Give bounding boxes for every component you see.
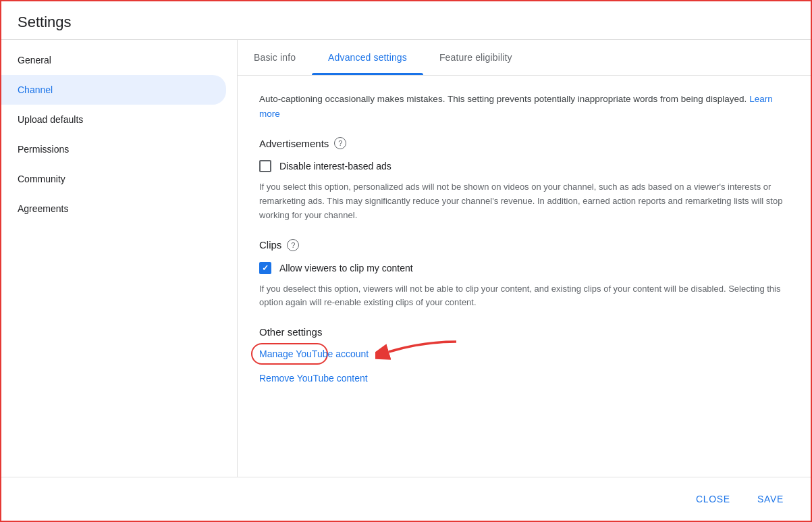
advertisements-title: Advertisements: [259, 138, 329, 149]
save-button[interactable]: SAVE: [747, 488, 794, 510]
footer: CLOSE SAVE: [1, 477, 811, 521]
tabs-row: Basic info Advanced settings Feature eli…: [238, 40, 811, 76]
tab-feature-eligibility[interactable]: Feature eligibility: [423, 40, 529, 75]
advertisements-description: If you select this option, personalized …: [259, 180, 789, 222]
clips-section: Clips ? Allow viewers to clip my content…: [259, 239, 789, 311]
remove-youtube-row: Remove YouTube content: [259, 373, 789, 384]
clips-header: Clips ?: [259, 239, 789, 251]
remove-youtube-link[interactable]: Remove YouTube content: [259, 373, 789, 384]
advertisements-header: Advertisements ?: [259, 137, 789, 149]
sidebar-item-permissions[interactable]: Permissions: [1, 134, 226, 164]
allow-clips-checkbox-row: Allow viewers to clip my content: [259, 262, 789, 274]
red-arrow-annotation: [375, 335, 463, 369]
sidebar-item-general[interactable]: General: [1, 45, 226, 75]
manage-youtube-row: Manage YouTube account: [259, 348, 369, 359]
tab-advanced-settings[interactable]: Advanced settings: [312, 40, 423, 75]
body-row: General Channel Upload defaults Permissi…: [1, 40, 811, 477]
manage-youtube-link[interactable]: Manage YouTube account: [259, 348, 369, 359]
sidebar-item-community[interactable]: Community: [1, 164, 226, 194]
advertisements-section: Advertisements ? Disable interest-based …: [259, 137, 789, 222]
other-settings-section: Other settings Manage YouTube account: [259, 326, 789, 384]
content-area: Auto-captioning occasionally makes mista…: [238, 76, 811, 477]
page-title: Settings: [18, 14, 72, 30]
header: Settings: [1, 1, 811, 40]
other-settings-title: Other settings: [259, 326, 789, 338]
allow-clips-label: Allow viewers to clip my content: [279, 263, 413, 273]
advertisements-help-icon[interactable]: ?: [334, 137, 346, 149]
clips-description: If you deselect this option, viewers wil…: [259, 282, 789, 311]
tab-basic-info[interactable]: Basic info: [238, 40, 312, 75]
caption-description: Auto-captioning occasionally makes mista…: [259, 92, 789, 121]
sidebar: General Channel Upload defaults Permissi…: [1, 40, 238, 477]
disable-ads-label: Disable interest-based ads: [279, 161, 391, 172]
disable-ads-checkbox[interactable]: [259, 160, 271, 172]
clips-title: Clips: [259, 239, 281, 251]
clips-help-icon[interactable]: ?: [287, 239, 299, 251]
sidebar-item-agreements[interactable]: Agreements: [1, 194, 226, 224]
main-content: Basic info Advanced settings Feature eli…: [238, 40, 811, 477]
disable-ads-checkbox-row: Disable interest-based ads: [259, 160, 789, 172]
sidebar-item-upload-defaults[interactable]: Upload defaults: [1, 105, 226, 134]
allow-clips-checkbox[interactable]: [259, 262, 271, 274]
close-button[interactable]: CLOSE: [685, 488, 741, 510]
sidebar-item-channel[interactable]: Channel: [1, 75, 226, 105]
